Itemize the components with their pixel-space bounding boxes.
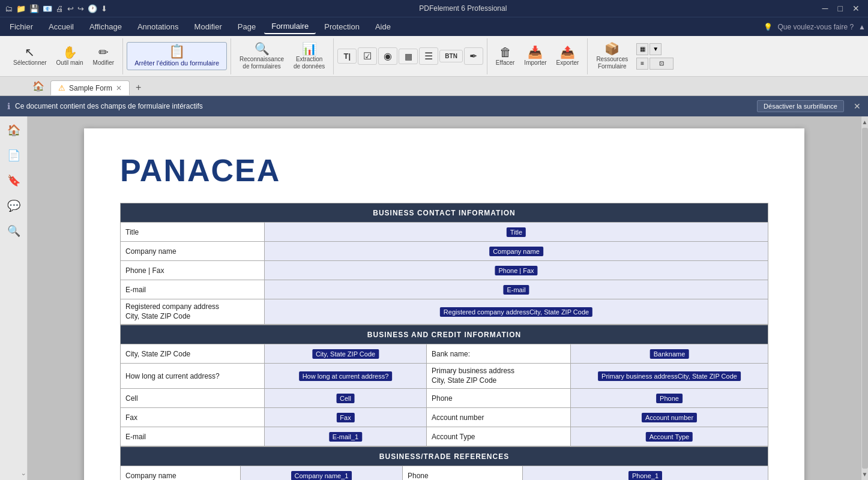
edit-tool-btn[interactable]: ✏ Modifier bbox=[88, 44, 119, 69]
menu-page[interactable]: Page bbox=[231, 20, 263, 34]
combo-btn[interactable]: ▦ bbox=[399, 49, 418, 64]
menu-protection[interactable]: Protection bbox=[317, 20, 367, 34]
pages-icon[interactable]: 📄 bbox=[5, 146, 23, 164]
email2-field-cell[interactable]: E-mail_1 bbox=[265, 427, 427, 446]
right-sidebar: ▲ ▼ bbox=[861, 116, 868, 480]
trade-company-field-cell[interactable]: Company name_1 bbox=[241, 466, 403, 481]
city-zip-field-cell[interactable]: City, State ZIP Code bbox=[265, 344, 427, 364]
reg-address-field[interactable]: Registered company addressCity, State ZI… bbox=[440, 307, 592, 317]
layout-detail-btn[interactable]: ⊡ bbox=[649, 58, 674, 70]
trade-company-label: Company name bbox=[121, 466, 241, 481]
company-name-field-cell[interactable]: Company name bbox=[265, 242, 768, 261]
menu-affichage[interactable]: Affichage bbox=[82, 20, 129, 34]
email-field-cell[interactable]: E-mail bbox=[265, 280, 768, 299]
menu-formulaire[interactable]: Formulaire bbox=[264, 19, 316, 34]
cell-field[interactable]: Cell bbox=[336, 394, 355, 403]
extract-btn[interactable]: 📊 Extractionde données bbox=[289, 40, 330, 73]
bank-name-field[interactable]: Bankname bbox=[650, 349, 689, 359]
info-close-btn[interactable]: ✕ bbox=[854, 101, 861, 111]
cell-field-cell[interactable]: Cell bbox=[265, 389, 427, 408]
account-number-field[interactable]: Account number bbox=[642, 413, 697, 422]
title-label: Title bbox=[121, 223, 265, 242]
content-area[interactable]: PANACEA BUSINESS CONTACT INFORMATION Tit… bbox=[28, 116, 861, 480]
account-type-field[interactable]: Account Type bbox=[646, 432, 693, 442]
email-field[interactable]: E-mail bbox=[503, 285, 529, 295]
title-field[interactable]: Title bbox=[507, 227, 526, 237]
account-type-field-cell[interactable]: Account Type bbox=[571, 427, 768, 446]
exporter-btn[interactable]: 📤 Exporter bbox=[552, 44, 584, 69]
layout-grid-btn[interactable]: ▦ bbox=[636, 43, 648, 55]
sidebar-toggle-btn[interactable]: › bbox=[20, 473, 27, 475]
effacer-icon: 🗑 bbox=[499, 46, 511, 58]
fax-field[interactable]: Fax bbox=[336, 413, 354, 422]
business-trade-header: BUSINESS/TRADE REFERENCES bbox=[121, 447, 768, 466]
scroll-up-btn[interactable]: ▲ bbox=[861, 118, 868, 127]
phone-fax-field[interactable]: Phone | Fax bbox=[495, 266, 537, 275]
bookmarks-icon[interactable]: 🔖 bbox=[5, 172, 23, 190]
primary-address-field-cell[interactable]: Primary business addressCity, State ZIP … bbox=[571, 364, 768, 389]
scroll-down-btn[interactable]: ▼ bbox=[861, 470, 868, 479]
info-icon: ℹ bbox=[7, 101, 10, 111]
close-btn[interactable]: ✕ bbox=[849, 4, 863, 13]
reg-address-field-cell[interactable]: Registered company addressCity, State ZI… bbox=[265, 299, 768, 325]
listbox-btn[interactable]: ☰ bbox=[419, 47, 438, 65]
trade-phone-field-cell[interactable]: Phone_1 bbox=[523, 466, 768, 481]
search-icon[interactable]: 🔍 bbox=[5, 222, 23, 240]
radio-icon: ◉ bbox=[384, 50, 392, 62]
extract-icon: 📊 bbox=[302, 43, 317, 55]
home-icon[interactable]: 🏠 bbox=[5, 121, 23, 139]
effacer-btn[interactable]: 🗑 Effacer bbox=[491, 44, 520, 69]
menu-annotations[interactable]: Annotations bbox=[130, 20, 186, 34]
phone-field[interactable]: Phone bbox=[656, 394, 683, 403]
checkbox-btn[interactable]: ☑ bbox=[358, 47, 377, 65]
chevron-down-icon[interactable]: ▼ bbox=[649, 43, 662, 55]
menu-aide[interactable]: Aide bbox=[368, 20, 398, 34]
primary-address-field[interactable]: Primary business addressCity, State ZIP … bbox=[598, 371, 741, 381]
ressources-icon: 📦 bbox=[604, 43, 619, 55]
comments-icon[interactable]: 💬 bbox=[5, 197, 23, 215]
how-long-field-cell[interactable]: How long at current address? bbox=[265, 364, 427, 389]
text-field-btn[interactable]: T| bbox=[337, 49, 357, 64]
home-sidebar-icon[interactable]: 🏠 bbox=[30, 78, 47, 94]
btn-field-btn[interactable]: BTN bbox=[439, 50, 463, 62]
how-long-field[interactable]: How long at current address? bbox=[299, 371, 393, 381]
phone-fax-field-cell[interactable]: Phone | Fax bbox=[265, 261, 768, 280]
minimize-btn[interactable]: ─ bbox=[819, 4, 832, 13]
account-number-field-cell[interactable]: Account number bbox=[571, 408, 768, 427]
email2-field[interactable]: E-mail_1 bbox=[329, 432, 362, 442]
table-row: Phone | Fax Phone | Fax bbox=[121, 261, 768, 280]
recognize-btn[interactable]: 🔍 Reconnaissancede formulaires bbox=[235, 40, 289, 73]
disable-highlight-btn[interactable]: Désactiver la surbrillance bbox=[757, 100, 844, 112]
tab-close-btn[interactable]: ✕ bbox=[116, 84, 122, 92]
ressources-btn[interactable]: 📦 RessourcesFormulaire bbox=[591, 40, 633, 73]
fax-field-cell[interactable]: Fax bbox=[265, 408, 427, 427]
bank-name-field-cell[interactable]: Bankname bbox=[571, 344, 768, 364]
new-tab-btn[interactable]: + bbox=[131, 80, 146, 95]
importer-btn[interactable]: 📥 Importer bbox=[519, 44, 551, 69]
menu-fichier[interactable]: Fichier bbox=[2, 20, 40, 34]
importer-icon: 📥 bbox=[528, 46, 543, 58]
city-zip-field[interactable]: City, State ZIP Code bbox=[312, 349, 379, 359]
radio-btn[interactable]: ◉ bbox=[378, 47, 397, 65]
company-name-field[interactable]: Company name bbox=[489, 247, 543, 256]
trade-company-field[interactable]: Company name_1 bbox=[291, 471, 352, 481]
select-tools-group: ↖ Sélectionner ✋ Outil main ✏ Modifier bbox=[5, 38, 123, 74]
maximize-btn[interactable]: □ bbox=[834, 4, 846, 13]
layout-list-btn[interactable]: ≡ bbox=[636, 58, 648, 70]
business-credit-header: BUSINESS AND CREDIT INFORMATION bbox=[121, 325, 768, 344]
sample-form-tab[interactable]: ⚠ Sample Form ✕ bbox=[50, 80, 130, 95]
title-field-cell[interactable]: Title bbox=[265, 223, 768, 242]
trade-phone-field[interactable]: Phone_1 bbox=[628, 471, 662, 481]
search-help[interactable]: Que voulez-vous faire ? bbox=[777, 23, 854, 31]
chevron-up-icon[interactable]: ▲ bbox=[858, 23, 866, 31]
stop-form-edit-btn[interactable]: 📋 Arrêter l'édition du formulaire bbox=[127, 42, 227, 70]
hand-tool-btn[interactable]: ✋ Outil main bbox=[52, 44, 88, 69]
menu-modifier[interactable]: Modifier bbox=[187, 20, 229, 34]
signature-btn[interactable]: ✒ bbox=[464, 47, 483, 65]
tab-label: Sample Form bbox=[69, 84, 112, 92]
lightbulb-icon: 💡 bbox=[764, 23, 773, 31]
phone-field-cell[interactable]: Phone bbox=[571, 389, 768, 408]
menu-accueil[interactable]: Accueil bbox=[41, 20, 81, 34]
select-tool-btn[interactable]: ↖ Sélectionner bbox=[8, 44, 52, 69]
text-field-icon: T| bbox=[344, 52, 351, 61]
